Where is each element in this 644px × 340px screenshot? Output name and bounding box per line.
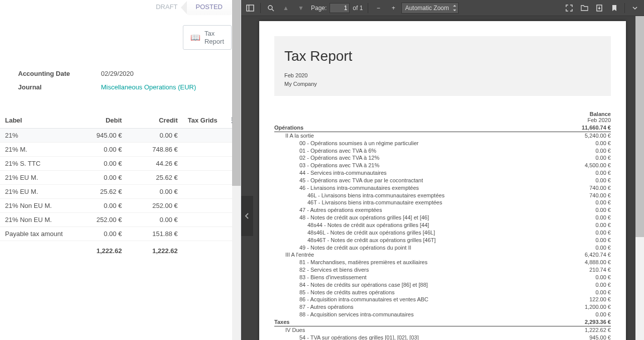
cell-credit: 0.00 € bbox=[127, 129, 183, 143]
line-amount: 4,500.00 € bbox=[581, 162, 611, 169]
line-amount: 0.00 € bbox=[591, 206, 611, 214]
report-line: 47 - Autres opérations exemptées0.00 € bbox=[274, 206, 611, 214]
report-line: 46T - Livraisons biens intra-communautai… bbox=[274, 199, 611, 206]
line-amount: 0.00 € bbox=[591, 244, 611, 252]
cell-credit: 0.00 € bbox=[127, 213, 183, 227]
line-label: 83 - Biens d'investissement bbox=[299, 274, 367, 281]
cell-debit: 0.00 € bbox=[71, 157, 127, 171]
collapse-handle[interactable] bbox=[241, 196, 253, 236]
cell-debit: 0.00 € bbox=[71, 199, 127, 213]
line-amount: 11,660.74 € bbox=[578, 124, 611, 132]
fullscreen-icon[interactable] bbox=[562, 1, 576, 15]
line-label: II A la sortie bbox=[285, 132, 314, 140]
table-row[interactable]: 21% Non EU M.252.00 €0.00 € bbox=[0, 213, 241, 227]
col-debit: Debit bbox=[71, 112, 127, 129]
cell-label: 21% EU M. bbox=[0, 171, 71, 185]
cell-grids bbox=[183, 199, 224, 213]
line-amount: 0.00 € bbox=[591, 289, 611, 296]
left-scrollbar-thumb[interactable] bbox=[232, 0, 241, 186]
report-period: Feb 2020 bbox=[284, 71, 601, 80]
line-label: 48s44 - Notes de crédit aux opérations g… bbox=[307, 221, 429, 229]
line-amount: 0.00 € bbox=[591, 214, 611, 221]
report-line: 49 - Notes de crédit aux opérations du p… bbox=[274, 244, 611, 252]
cell-grids bbox=[183, 213, 224, 227]
pdf-viewport[interactable]: Tax Report Feb 2020 My Company Balance F… bbox=[241, 16, 644, 340]
table-row[interactable]: 21% EU M.0.00 €25.62 € bbox=[0, 171, 241, 185]
zoom-select[interactable]: Automatic Zoom bbox=[401, 3, 458, 14]
line-amount: 210.74 € bbox=[585, 266, 611, 274]
svg-point-2 bbox=[268, 6, 272, 10]
download-icon[interactable] bbox=[592, 1, 606, 15]
cell-debit: 945.00 € bbox=[71, 129, 127, 143]
report-line: 86 - Acquisition intra-communautaires et… bbox=[274, 296, 611, 303]
table-row[interactable]: 21% EU M.25.62 €0.00 € bbox=[0, 185, 241, 199]
left-scrollbar[interactable] bbox=[232, 0, 241, 340]
journal-label: Journal bbox=[18, 83, 101, 91]
line-label: 87 - Autres opérations bbox=[299, 303, 354, 311]
line-label: 46 - Livraisons intra-communautaires exe… bbox=[299, 184, 419, 192]
right-scrollbar-thumb[interactable] bbox=[635, 16, 644, 237]
journal-link[interactable]: Miscellaneous Operations (EUR) bbox=[101, 83, 196, 91]
cell-label: 21% M. bbox=[0, 143, 71, 157]
right-scrollbar[interactable] bbox=[635, 16, 644, 340]
table-row[interactable]: 21%945.00 €0.00 € bbox=[0, 129, 241, 143]
cell-debit: 0.00 € bbox=[71, 143, 127, 157]
line-label: 48s46L - Notes de crédit aux opérations … bbox=[307, 229, 435, 237]
cell-grids bbox=[183, 171, 224, 185]
line-amount: 5,240.00 € bbox=[581, 132, 611, 140]
search-icon[interactable] bbox=[264, 1, 278, 15]
cell-grids bbox=[183, 157, 224, 171]
journal-table: Label Debit Credit Tax Grids ⋮ 21%945.00… bbox=[0, 112, 241, 258]
cell-credit: 252.00 € bbox=[127, 199, 183, 213]
line-amount: 0.00 € bbox=[591, 229, 611, 237]
table-row[interactable]: 21% M.0.00 €748.86 € bbox=[0, 143, 241, 157]
report-line: 48s46T - Notes de crédit aux opérations … bbox=[274, 237, 611, 244]
table-row[interactable]: 21% S. TTC0.00 €44.26 € bbox=[0, 157, 241, 171]
page-up-icon[interactable]: ▲ bbox=[279, 1, 293, 15]
left-panel: DRAFT POSTED 📖 Tax Report Accounting Dat… bbox=[0, 0, 241, 340]
cell-label: Payable tax amount bbox=[0, 227, 71, 241]
cell-debit: 252.00 € bbox=[71, 213, 127, 227]
line-label: 84 - Notes de crédits sur opérations cas… bbox=[299, 281, 428, 289]
bookmark-icon[interactable] bbox=[607, 1, 621, 15]
report-line: 44 - Services intra-communautaires0.00 € bbox=[274, 169, 611, 177]
svg-line-3 bbox=[272, 9, 274, 11]
cell-credit: 151.88 € bbox=[127, 227, 183, 241]
page-down-icon[interactable]: ▼ bbox=[294, 1, 308, 15]
meta-block: Accounting Date 02/29/2020 Journal Misce… bbox=[0, 55, 241, 112]
report-line: 85 - Notes de crédits autres opérations0… bbox=[274, 289, 611, 296]
more-tools-icon[interactable] bbox=[628, 1, 642, 15]
status-posted[interactable]: POSTED bbox=[187, 0, 232, 15]
table-row[interactable]: 21% Non EU M.0.00 €252.00 € bbox=[0, 199, 241, 213]
tax-report-button[interactable]: 📖 Tax Report bbox=[183, 25, 232, 50]
report-title: Tax Report bbox=[284, 48, 601, 64]
cell-label: 21% bbox=[0, 129, 71, 143]
report-line: Opérations11,660.74 € bbox=[274, 124, 611, 132]
report-line: 83 - Biens d'investissement0.00 € bbox=[274, 274, 611, 281]
line-label: 44 - Services intra-communautaires bbox=[299, 169, 387, 177]
line-label: 88 - Acquisition services intra-communau… bbox=[299, 311, 413, 318]
open-file-icon[interactable] bbox=[577, 1, 591, 15]
cell-credit: 25.62 € bbox=[127, 171, 183, 185]
line-amount: 0.00 € bbox=[591, 169, 611, 177]
cell-debit: 25.62 € bbox=[71, 185, 127, 199]
sidebar-toggle-icon[interactable] bbox=[243, 1, 257, 15]
total-debit: 1,222.62 bbox=[71, 241, 127, 258]
line-amount: 2,293.36 € bbox=[581, 318, 611, 326]
line-label: 49 - Notes de crédit aux opérations du p… bbox=[299, 244, 411, 252]
table-row[interactable]: Payable tax amount0.00 €151.88 € bbox=[0, 227, 241, 241]
col-label: Label bbox=[0, 112, 71, 129]
line-amount: 0.00 € bbox=[591, 140, 611, 147]
report-company: My Company bbox=[284, 80, 601, 88]
report-line: 01 - Opérations avec TVA à 6%0.00 € bbox=[274, 147, 611, 155]
accounting-date-value: 02/29/2020 bbox=[101, 70, 134, 77]
page-input[interactable] bbox=[330, 3, 350, 13]
line-amount: 945.00 € bbox=[585, 334, 611, 340]
col-tax-grids: Tax Grids bbox=[183, 112, 224, 129]
report-line: 03 - Opérations avec TVA à 21%4,500.00 € bbox=[274, 162, 611, 169]
line-label: IV Dues bbox=[285, 326, 305, 334]
line-amount: 0.00 € bbox=[591, 281, 611, 289]
line-amount: 0.00 € bbox=[591, 311, 611, 318]
zoom-out-icon[interactable]: − bbox=[371, 1, 385, 15]
zoom-in-icon[interactable]: + bbox=[386, 1, 400, 15]
